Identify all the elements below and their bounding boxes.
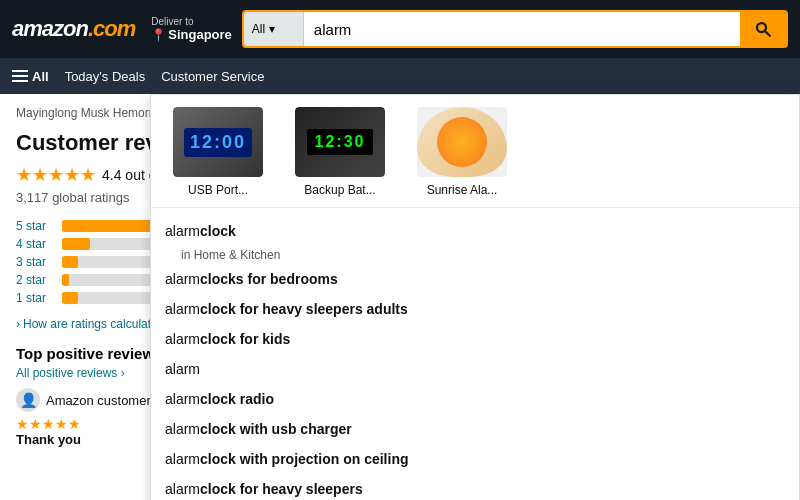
reviewer-name: Amazon customer [46, 393, 151, 408]
suggestion-item-3[interactable]: alarm clock for kids [151, 324, 799, 354]
suggestion-suffix-5: clock radio [200, 391, 274, 407]
chevron-down-icon: ▾ [269, 22, 275, 36]
suggestion-suffix-6: clock with usb charger [200, 421, 352, 437]
chevron-right-icon: › [121, 366, 125, 380]
stars-display: ★★★★★ [16, 164, 96, 186]
amazon-logo: amazon.com [12, 18, 135, 40]
suggestion-prefix-4: alarm [165, 361, 200, 377]
product-image-usb: 12:00 [173, 107, 263, 177]
product-label-backup: Backup Bat... [304, 183, 375, 199]
search-bar: All ▾ [242, 10, 788, 48]
clock-backup-image: 12:30 [295, 107, 385, 177]
product-card-sunrise[interactable]: Sunrise Ala... [407, 107, 517, 199]
nav-todays-deals[interactable]: Today's Deals [65, 69, 146, 84]
suggestion-suffix-7: clock with projection on ceiling [200, 451, 408, 467]
bar-fill-1 [62, 292, 78, 304]
bar-label-4: 4 star [16, 237, 56, 251]
suggestion-suffix-3: clock for kids [200, 331, 290, 347]
main-content: Mayinglong Musk Hemorrhoids Ointment... … [0, 94, 800, 500]
product-card-usb[interactable]: 12:00 USB Port... [163, 107, 273, 199]
suggestion-suffix-2: clock for heavy sleepers adults [200, 301, 408, 317]
bar-label-5: 5 star [16, 219, 56, 233]
suggestion-item-4[interactable]: alarm [151, 354, 799, 384]
product-label-sunrise: Sunrise Ala... [427, 183, 498, 199]
suggestion-item-7[interactable]: alarm clock with projection on ceiling [151, 444, 799, 474]
bar-label-1: 1 star [16, 291, 56, 305]
navbar: All Today's Deals Customer Service [0, 58, 800, 94]
product-card-backup[interactable]: 12:30 Backup Bat... [285, 107, 395, 199]
search-button[interactable] [740, 12, 786, 46]
suggestion-prefix-1: alarm [165, 271, 200, 287]
suggestion-suffix-8: clock for heavy sleepers [200, 481, 363, 497]
deliver-to-label: Deliver to [151, 16, 232, 27]
suggestion-item-0[interactable]: alarm clock [151, 216, 799, 246]
suggestion-prefix-3: alarm [165, 331, 200, 347]
logo-accent: .com [88, 16, 135, 41]
suggestion-prefix-6: alarm [165, 421, 200, 437]
product-image-sunrise [417, 107, 507, 177]
svg-point-0 [757, 23, 766, 32]
suggestion-suffix-0: clock [200, 223, 236, 239]
search-icon [754, 20, 772, 38]
product-label-usb: USB Port... [188, 183, 248, 199]
suggestion-prefix-2: alarm [165, 301, 200, 317]
suggestion-prefix-5: alarm [165, 391, 200, 407]
sunrise-glow [437, 117, 487, 167]
clock-usb-image: 12:00 [173, 107, 263, 177]
search-input[interactable] [304, 12, 740, 46]
suggestion-category-0: in Home & Kitchen [151, 246, 799, 264]
header: amazon.com Deliver to 📍 Singapore All ▾ [0, 0, 800, 58]
avatar: 👤 [16, 388, 40, 412]
svg-line-1 [765, 31, 770, 36]
bar-label-3: 3 star [16, 255, 56, 269]
clock-usb-display: 12:00 [184, 128, 252, 157]
suggestion-suffix-1: clocks for bedrooms [200, 271, 338, 287]
bar-label-2: 2 star [16, 273, 56, 287]
deliver-area[interactable]: Deliver to 📍 Singapore [151, 16, 232, 42]
bar-fill-3 [62, 256, 78, 268]
nav-all-button[interactable]: All [12, 69, 49, 84]
clock-backup-display: 12:30 [307, 129, 374, 155]
hamburger-icon [12, 70, 28, 82]
suggestion-prefix-7: alarm [165, 451, 200, 467]
suggestion-item-2[interactable]: alarm clock for heavy sleepers adults [151, 294, 799, 324]
suggestion-item-1[interactable]: alarm clocks for bedrooms [151, 264, 799, 294]
suggestion-prefix-8: alarm [165, 481, 200, 497]
product-image-backup: 12:30 [295, 107, 385, 177]
logo-area[interactable]: amazon.com [12, 18, 135, 40]
bar-fill-4 [62, 238, 90, 250]
location-pin-icon: 📍 [151, 28, 166, 42]
suggestion-item-8[interactable]: alarm clock for heavy sleepers [151, 474, 799, 500]
bar-fill-2 [62, 274, 69, 286]
dropdown-suggestions: alarm clock in Home & Kitchen alarm cloc… [151, 208, 799, 500]
suggestion-item-6[interactable]: alarm clock with usb charger [151, 414, 799, 444]
chevron-down-icon-small: › [16, 317, 20, 331]
suggestion-item-5[interactable]: alarm clock radio [151, 384, 799, 414]
suggestion-prefix-0: alarm [165, 223, 200, 239]
search-dropdown: 12:00 USB Port... 12:30 Backup Bat... [150, 94, 800, 500]
search-category-selector[interactable]: All ▾ [244, 12, 304, 46]
dropdown-products: 12:00 USB Port... 12:30 Backup Bat... [151, 95, 799, 208]
clock-sunrise-image [417, 107, 507, 177]
nav-customer-service[interactable]: Customer Service [161, 69, 264, 84]
delivery-location: 📍 Singapore [151, 27, 232, 42]
